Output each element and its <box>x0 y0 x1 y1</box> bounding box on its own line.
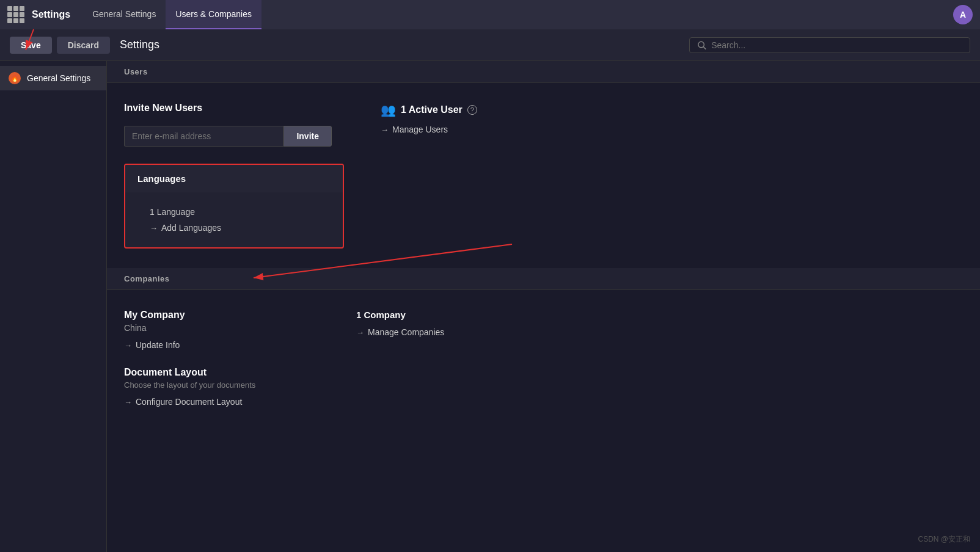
languages-card-body: 1 Language → Add Languages <box>125 192 343 247</box>
active-users-block: 👥 1 Active User ? → Manage Users <box>381 103 539 134</box>
active-users-title-row: 👥 1 Active User ? <box>381 103 539 117</box>
invite-email-input[interactable] <box>124 126 283 147</box>
companies-row: My Company China → Update Info Document … <box>124 310 963 407</box>
user-avatar[interactable]: A <box>953 5 973 24</box>
arrow-right-icon: → <box>381 125 389 134</box>
watermark: CSDN @安正和 <box>918 534 970 545</box>
languages-card: Languages 1 Language → Add Languages <box>124 164 344 249</box>
arrow-right-icon: → <box>150 223 158 233</box>
main-layout: 🔥 General Settings Users Invite New User… <box>0 61 980 552</box>
navbar-general-settings[interactable]: General Settings <box>82 0 166 29</box>
users-section-header: Users <box>107 61 980 83</box>
save-button[interactable]: Save <box>10 37 52 54</box>
navbar: Settings General Settings Users & Compan… <box>0 0 980 29</box>
invite-title: Invite New Users <box>124 103 332 114</box>
update-info-link[interactable]: → Update Info <box>124 340 307 350</box>
manage-companies-link[interactable]: → Manage Companies <box>356 327 491 337</box>
manage-users-link[interactable]: → Manage Users <box>381 125 539 134</box>
add-languages-link[interactable]: → Add Languages <box>150 223 318 233</box>
sidebar-label-general: General Settings <box>27 73 90 83</box>
grid-menu-icon[interactable] <box>7 6 24 23</box>
language-count: 1 Language <box>150 207 318 217</box>
company-count: 1 Company <box>356 310 491 320</box>
active-user-count: 1 Active User <box>401 104 463 115</box>
invite-input-row: Invite <box>124 126 332 147</box>
app-title: Settings <box>32 9 70 20</box>
page-title: Settings <box>120 38 159 51</box>
search-bar[interactable] <box>689 37 970 53</box>
sidebar-item-general-settings[interactable]: 🔥 General Settings <box>0 66 106 90</box>
doc-layout-title: Document Layout <box>124 367 307 378</box>
manage-users-label: Manage Users <box>392 125 448 134</box>
companies-section-header: Companies <box>107 268 980 290</box>
sidebar: 🔥 General Settings <box>0 61 107 552</box>
navbar-users-companies[interactable]: Users & Companies <box>166 0 261 29</box>
document-layout-block: Document Layout Choose the layout of you… <box>124 367 307 407</box>
company-count-block: 1 Company → Manage Companies <box>356 310 491 337</box>
my-company-name: China <box>124 323 307 333</box>
my-company-block: My Company China → Update Info Document … <box>124 310 307 407</box>
users-row: Invite New Users Invite 👥 1 Active User … <box>124 103 963 147</box>
search-input[interactable] <box>711 40 962 50</box>
invite-block: Invite New Users Invite <box>124 103 332 147</box>
companies-section-body: My Company China → Update Info Document … <box>107 290 980 426</box>
invite-button[interactable]: Invite <box>283 126 332 147</box>
main-content: Users Invite New Users Invite 👥 1 Active… <box>107 61 980 552</box>
users-group-icon: 👥 <box>381 103 396 117</box>
languages-card-header: Languages <box>125 165 343 192</box>
search-icon <box>697 40 706 50</box>
discard-button[interactable]: Discard <box>57 37 110 54</box>
my-company-title: My Company <box>124 310 307 321</box>
users-section-body: Invite New Users Invite 👥 1 Active User … <box>107 83 980 268</box>
flame-icon: 🔥 <box>9 72 21 84</box>
navbar-menu: General Settings Users & Companies <box>82 0 261 29</box>
toolbar: Save Discard Settings <box>0 29 980 61</box>
configure-label: Configure Document Layout <box>136 397 242 407</box>
update-info-label: Update Info <box>136 340 180 350</box>
arrow-right-icon: → <box>124 341 132 350</box>
arrow-right-icon: → <box>356 328 364 337</box>
arrow-right-icon: → <box>124 398 132 407</box>
svg-line-1 <box>703 46 706 49</box>
add-languages-label: Add Languages <box>161 223 221 233</box>
configure-doc-layout-link[interactable]: → Configure Document Layout <box>124 397 307 407</box>
doc-layout-desc: Choose the layout of your documents <box>124 380 307 390</box>
help-icon[interactable]: ? <box>467 105 477 115</box>
svg-point-0 <box>698 42 704 47</box>
manage-companies-label: Manage Companies <box>368 327 444 337</box>
